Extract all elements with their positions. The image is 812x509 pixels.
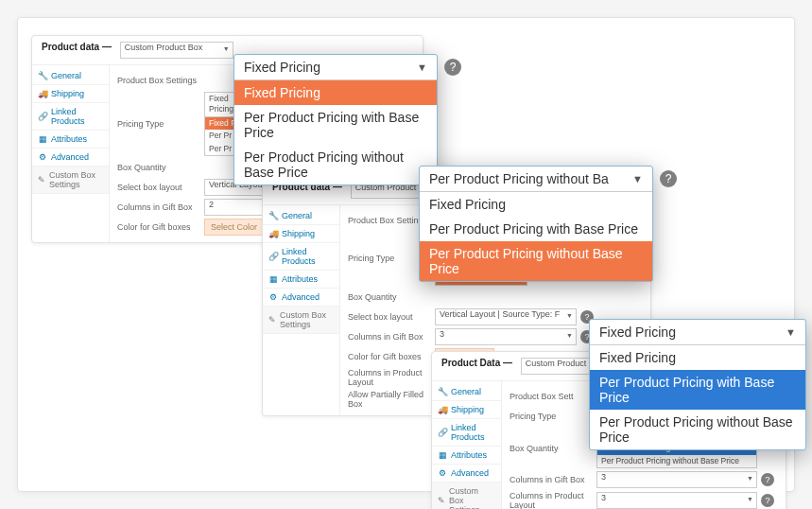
help-icon[interactable]: ? [761,473,774,486]
dropdown-option-without-base[interactable]: Per Product Pricing without Base Price [590,410,805,449]
tab-attributes[interactable]: ▦Attributes [263,271,339,289]
link-icon: 🔗 [438,428,447,437]
nav-tabs: 🔧General 🚚Shipping 🔗Linked Products ▦Att… [432,381,502,509]
canvas: Product data — Custom Product Box 🔧Gener… [17,17,795,492]
product-data-label: Product data — [42,42,112,52]
link-icon: 🔗 [268,252,278,261]
tab-linked[interactable]: 🔗Linked Products [263,243,339,271]
truck-icon: 🚚 [438,405,447,414]
dropdown-option-with-base[interactable]: Per Product Pricing with Base Price [420,217,652,241]
cols-gift-select[interactable]: 3 [435,328,577,345]
tab-advanced[interactable]: ⚙Advanced [32,149,109,167]
tag-icon: ▦ [438,450,447,460]
tab-advanced[interactable]: ⚙Advanced [263,289,339,307]
product-data-label: Product Data — [441,358,512,368]
gear-icon: ⚙ [38,152,47,162]
link-icon: 🔗 [38,112,47,121]
tag-icon: ▦ [38,134,47,144]
tab-attributes[interactable]: ▦Attributes [432,447,501,465]
wrench-icon: 🔧 [268,211,278,220]
dropdown-option-with-base[interactable]: Per Product Pricing with Base Price [590,370,805,410]
pricing-dropdown-overlay-1: ? Fixed Pricing▼ Fixed Pricing Per Produ… [233,54,438,185]
select-color-button[interactable]: Select Color [204,219,264,236]
chevron-down-icon: ▼ [632,173,643,184]
settings-header: Product Box Sett [510,392,596,401]
layout-select[interactable]: Vertical Layout | Source Type: F [435,308,577,325]
nav-tabs: 🔧General 🚚Shipping 🔗Linked Products ▦Att… [263,205,340,415]
tab-general[interactable]: 🔧General [32,67,109,85]
pricing-type-label: Pricing Type [510,412,596,421]
wrench-icon: 🔧 [38,71,47,80]
tab-general[interactable]: 🔧General [263,207,339,225]
dropdown-option-fixed[interactable]: Fixed Pricing [234,80,437,105]
pricing-dropdown-overlay-3: ? Fixed Pricing▼ Fixed Pricing Per Produ… [589,319,806,450]
layout-label: Select box layout [348,312,435,322]
tab-custom-box[interactable]: ✎Custom Box Settings [32,167,109,194]
box-qty-label: Box Quantity [510,444,596,453]
dropdown-option-fixed[interactable]: Fixed Pricing [420,192,652,217]
dropdown-option-with-base[interactable]: Per Product Pricing with Base Price [234,105,437,145]
tab-shipping[interactable]: 🚚Shipping [263,225,339,243]
gear-icon: ⚙ [438,468,447,478]
tab-custom-box[interactable]: ✎Custom Box Settings [263,307,339,334]
color-label: Color for Gift boxes [348,352,435,361]
color-label: Color for Gift boxes [117,222,204,232]
tab-linked[interactable]: 🔗Linked Products [32,103,109,131]
layout-label: Select box layout [117,183,204,192]
tab-advanced[interactable]: ⚙Advanced [432,465,501,483]
cols-gift-select[interactable]: 3 [596,471,757,488]
wrench-icon: 🔧 [438,387,447,396]
pencil-icon: ✎ [268,315,276,325]
dropdown-option-without-base[interactable]: Per Product Pricing without Base Price [234,145,437,184]
tag-icon: ▦ [268,274,278,284]
help-icon[interactable]: ? [444,59,461,76]
dropdown-current[interactable]: Fixed Pricing▼ [234,55,437,80]
box-qty-label: Box Quantity [348,292,435,302]
product-data-select[interactable]: Custom Product Box [120,42,233,59]
pencil-icon: ✎ [38,175,45,184]
pricing-dropdown-overlay-2: ? Per Product Pricing without Ba▼ Fixed … [419,166,653,282]
settings-header: Product Box Settings [117,76,204,85]
chevron-down-icon: ▼ [417,61,427,73]
cols-gift-label: Columns in Gift Box [510,475,596,484]
help-icon[interactable]: ? [660,170,677,187]
cols-gift-label: Columns in Gift Box [117,202,204,212]
tab-linked[interactable]: 🔗Linked Products [432,419,501,447]
cols-gift-label: Columns in Gift Box [348,332,435,342]
tab-shipping[interactable]: 🚚Shipping [432,401,501,419]
cols-product-label: Columns in Product Layout [348,368,435,387]
pencil-icon: ✎ [438,496,445,505]
tab-shipping[interactable]: 🚚Shipping [32,85,109,103]
help-icon[interactable]: ? [761,494,774,507]
truck-icon: 🚚 [268,229,278,238]
nav-tabs: 🔧General 🚚Shipping 🔗Linked Products ▦Att… [32,65,110,242]
tab-general[interactable]: 🔧General [432,383,501,401]
truck-icon: 🚚 [38,89,47,98]
box-qty-label: Box Quantity [117,163,204,172]
gear-icon: ⚙ [268,292,278,302]
allow-partial-label: Allow Partially Filled Box [348,390,435,409]
chevron-down-icon: ▼ [786,326,796,338]
dropdown-option-fixed[interactable]: Fixed Pricing [590,345,805,370]
dropdown-option-without-base[interactable]: Per Product Pricing without Base Price [420,241,652,281]
tab-attributes[interactable]: ▦Attributes [32,131,109,149]
cols-product-select[interactable]: 3 [596,492,757,509]
dropdown-current[interactable]: Fixed Pricing▼ [590,320,805,345]
cols-product-label: Columns in Product Layout [510,491,596,509]
dropdown-current[interactable]: Per Product Pricing without Ba▼ [420,167,652,192]
tab-custom-box[interactable]: ✎Custom Box Settings [432,483,501,509]
pricing-type-label: Pricing Type [117,119,204,129]
